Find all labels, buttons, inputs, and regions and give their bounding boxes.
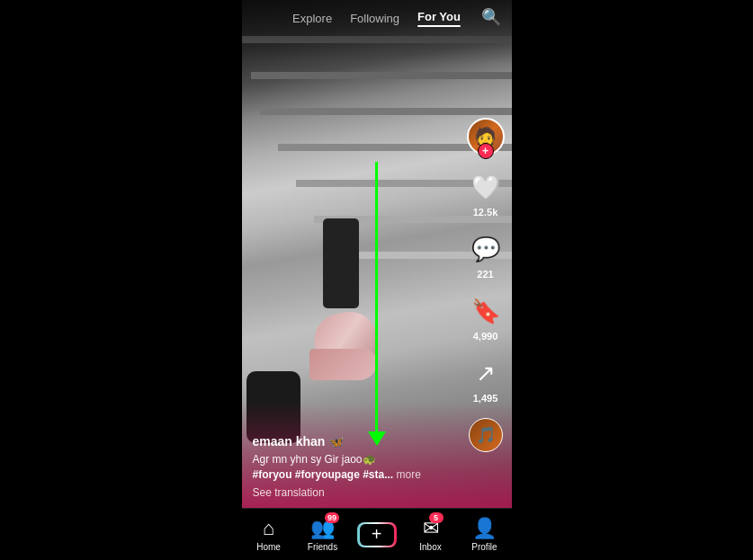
home-icon: ⌂	[263, 517, 274, 540]
nav-friends[interactable]: 👥 99 Friends	[303, 517, 343, 552]
plus-icon: +	[360, 524, 394, 546]
top-navigation: Explore Following For You 🔍	[242, 0, 512, 32]
more-button[interactable]: more	[397, 468, 421, 481]
arrow-head	[368, 431, 386, 446]
nav-create[interactable]: +	[357, 522, 397, 547]
comments-count: 221	[477, 269, 493, 280]
username[interactable]: emaan khan 🦋	[253, 434, 452, 449]
shares-count: 1,495	[473, 393, 498, 404]
video-caption: Agr mn yhn sy Gir jaoo🐢 #foryou #foryoup…	[253, 452, 452, 483]
comment-icon: 💬	[469, 232, 503, 266]
nav-following[interactable]: Following	[350, 12, 399, 25]
arrow-line	[375, 162, 378, 431]
profile-label: Profile	[471, 542, 497, 552]
bookmark-icon: 🔖	[469, 294, 503, 328]
hashtags[interactable]: #foryou #foryoupage #sta...	[253, 468, 394, 481]
search-icon[interactable]: 🔍	[481, 7, 501, 27]
phone-container: Explore Following For You 🔍 🧑 + 🤍 12.5k …	[242, 0, 512, 560]
friends-badge: 99	[325, 512, 339, 523]
caption-text: Agr mn yhn sy Gir jaoo🐢	[253, 453, 376, 466]
nav-profile[interactable]: 👤 Profile	[465, 517, 505, 552]
follow-plus-button[interactable]: +	[478, 143, 494, 159]
like-button[interactable]: 🤍 12.5k	[469, 170, 503, 218]
share-button[interactable]: ↗ 1,495	[469, 356, 503, 404]
bottom-navigation: ⌂ Home 👥 99 Friends + ✉ 5 Inbox	[242, 508, 512, 560]
creator-avatar[interactable]: 🧑 +	[467, 118, 505, 156]
right-sidebar: 🧑 + 🤍 12.5k 💬 221 🔖 4,990 ↗ 1,495 🎵	[467, 118, 505, 452]
home-label: Home	[256, 542, 281, 552]
bookmark-button[interactable]: 🔖 4,990	[469, 294, 503, 342]
nav-home[interactable]: ⌂ Home	[249, 517, 289, 552]
likes-count: 12.5k	[473, 207, 498, 218]
nav-for-you[interactable]: For You	[417, 10, 461, 27]
comment-button[interactable]: 💬 221	[469, 232, 503, 280]
nav-explore[interactable]: Explore	[292, 12, 332, 25]
bottom-overlay: emaan khan 🦋 Agr mn yhn sy Gir jaoo🐢 #fo…	[242, 427, 462, 506]
heart-icon: 🤍	[469, 170, 503, 204]
inbox-icon: ✉ 5	[423, 517, 439, 540]
bookmarks-count: 4,990	[473, 331, 498, 342]
friends-label: Friends	[308, 542, 337, 552]
inbox-label: Inbox	[419, 542, 441, 552]
share-icon: ↗	[469, 356, 503, 390]
profile-icon: 👤	[472, 517, 497, 540]
create-button[interactable]: +	[357, 522, 397, 547]
friends-icon: 👥 99	[310, 517, 335, 540]
green-arrow-indicator	[368, 162, 386, 446]
nav-inbox[interactable]: ✉ 5 Inbox	[411, 517, 451, 552]
inbox-badge: 5	[429, 512, 444, 523]
music-disc[interactable]: 🎵	[469, 418, 503, 452]
see-translation-button[interactable]: See translation	[253, 486, 452, 499]
